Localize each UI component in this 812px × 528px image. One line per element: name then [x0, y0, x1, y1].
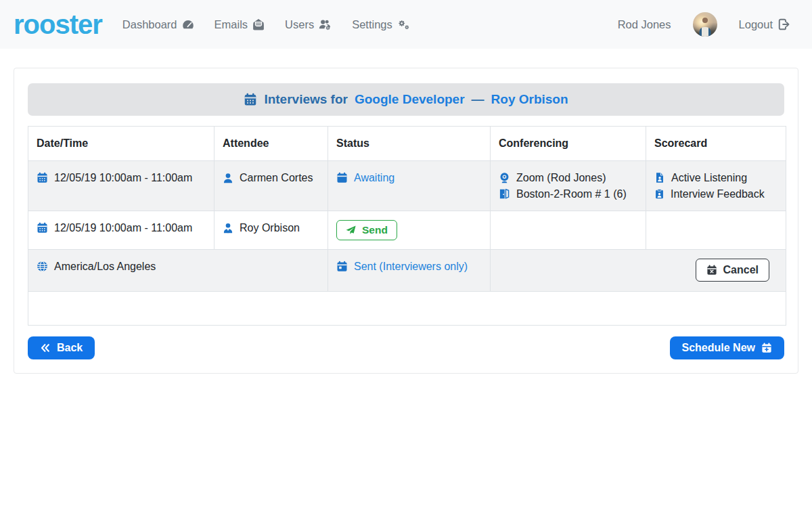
schedule-new-button[interactable]: Schedule New — [670, 336, 784, 359]
nav-label-dashboard: Dashboard — [122, 18, 177, 31]
calendar-alt-icon — [37, 172, 48, 183]
scorecard-line: Active Listening — [671, 170, 747, 185]
candidate-link[interactable]: Roy Orbison — [491, 92, 568, 107]
conferencing-line: Boston-2-Room # 1 (6) — [516, 186, 627, 202]
col-header-attendee: Attendee — [215, 127, 328, 161]
user-icon — [223, 173, 233, 183]
col-header-status: Status — [328, 127, 491, 161]
sign-out-icon — [777, 18, 790, 30]
table-row: 12/05/19 10:00am - 11:00am Carmen Cortes — [28, 161, 786, 211]
cancel-label: Cancel — [723, 264, 759, 276]
conferencing-line: Zoom (Rod Jones) — [516, 170, 606, 185]
nav-label-users: Users — [285, 18, 314, 31]
webcam-icon — [499, 172, 510, 183]
clipboard-user-icon — [654, 188, 664, 200]
calendar-icon — [244, 93, 257, 106]
attendee-name: Carmen Cortes — [240, 170, 313, 185]
nav-item-dashboard[interactable]: Dashboard — [122, 18, 194, 31]
calendar-day-icon — [336, 261, 348, 272]
table-row-empty — [28, 292, 786, 326]
logout-button[interactable]: Logout — [739, 18, 790, 31]
nav-item-settings[interactable]: Settings — [352, 18, 410, 31]
interviews-card: Interviews for Google Developer — Roy Or… — [14, 68, 798, 374]
logout-label: Logout — [739, 18, 773, 31]
status-label: Awaiting — [354, 170, 394, 185]
user-tie-icon — [223, 223, 233, 234]
envelope-open-text-icon — [252, 18, 265, 30]
users-cog-icon — [319, 18, 332, 30]
table-row: America/Los Angeles — [28, 250, 786, 292]
status-label: Sent (Interviewers only) — [354, 259, 468, 274]
attendee-name: Roy Orbison — [240, 220, 300, 236]
interview-datetime: 12/05/19 10:00am - 11:00am — [54, 170, 192, 185]
panel-heading: Interviews for Google Developer — Roy Or… — [28, 83, 784, 116]
tachometer-icon — [182, 18, 194, 30]
send-button[interactable]: Send — [336, 220, 397, 240]
col-header-conferencing: Conferencing — [491, 127, 646, 161]
cancel-button[interactable]: Cancel — [696, 259, 769, 282]
status-awaiting-link[interactable]: Awaiting — [336, 170, 482, 185]
schedule-new-label: Schedule New — [682, 342, 755, 354]
footer-actions: Back Schedule New — [28, 336, 784, 359]
globe-icon — [37, 261, 48, 272]
table-row: 12/05/19 10:00am - 11:00am — [28, 211, 786, 250]
table-header-row: Date/Time Attendee Status Conferencing S… — [28, 127, 786, 161]
calendar-plus-icon — [761, 343, 772, 353]
col-header-scorecard: Scorecard — [646, 127, 786, 161]
calendar-icon — [336, 172, 348, 183]
title-separator: — — [472, 92, 484, 107]
user-avatar[interactable] — [693, 12, 717, 37]
file-user-icon — [654, 172, 665, 183]
nav-label-settings: Settings — [352, 18, 392, 31]
nav-item-emails[interactable]: Emails — [215, 18, 265, 31]
interview-datetime: 12/05/19 10:00am - 11:00am — [54, 220, 192, 236]
back-label: Back — [57, 342, 83, 354]
cogs-icon — [397, 18, 410, 30]
col-header-datetime: Date/Time — [28, 127, 215, 161]
timezone-label: America/Los Angeles — [54, 259, 156, 274]
interviews-table: Date/Time Attendee Status Conferencing S… — [28, 126, 786, 326]
scorecard-line: Interview Feedback — [671, 186, 765, 202]
top-navbar: rooster Dashboard Emails — [0, 0, 812, 49]
brand-logo[interactable]: rooster — [14, 11, 102, 38]
paper-plane-icon — [346, 225, 356, 236]
main-nav: Dashboard Emails Users — [122, 18, 410, 31]
nav-label-emails: Emails — [215, 18, 248, 31]
current-user-name[interactable]: Rod Jones — [618, 18, 671, 31]
navbar-right: Rod Jones Logout — [618, 12, 798, 37]
angle-double-left-icon — [40, 343, 51, 353]
calendar-alt-icon — [37, 222, 48, 234]
back-button[interactable]: Back — [28, 336, 95, 359]
status-sent-link[interactable]: Sent (Interviewers only) — [336, 259, 482, 274]
nav-item-users[interactable]: Users — [285, 18, 332, 31]
calendar-times-icon — [706, 265, 717, 276]
job-link[interactable]: Google Developer — [355, 92, 465, 107]
door-open-icon — [499, 188, 510, 200]
send-label: Send — [362, 224, 388, 236]
panel-title-prefix: Interviews for — [264, 92, 348, 107]
